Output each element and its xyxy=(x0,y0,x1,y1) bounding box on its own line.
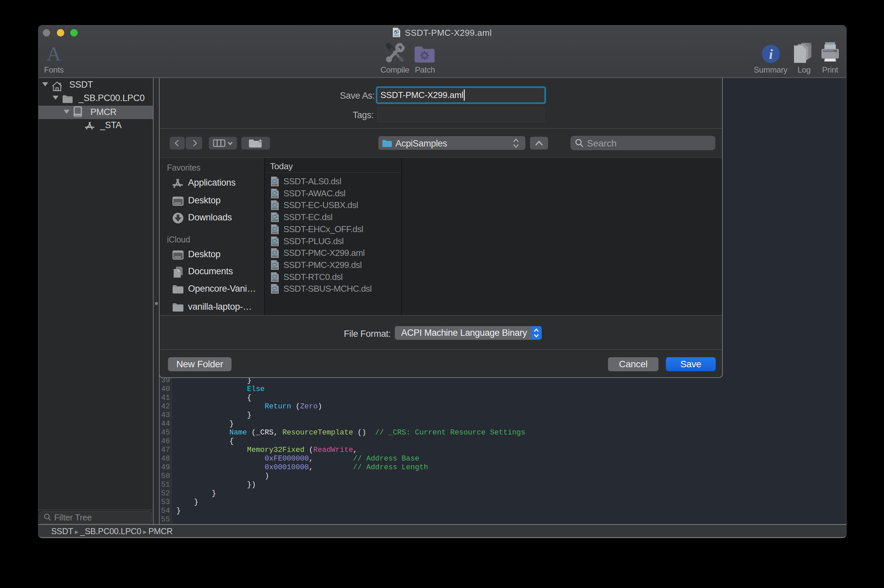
svg-text:i: i xyxy=(769,46,773,62)
